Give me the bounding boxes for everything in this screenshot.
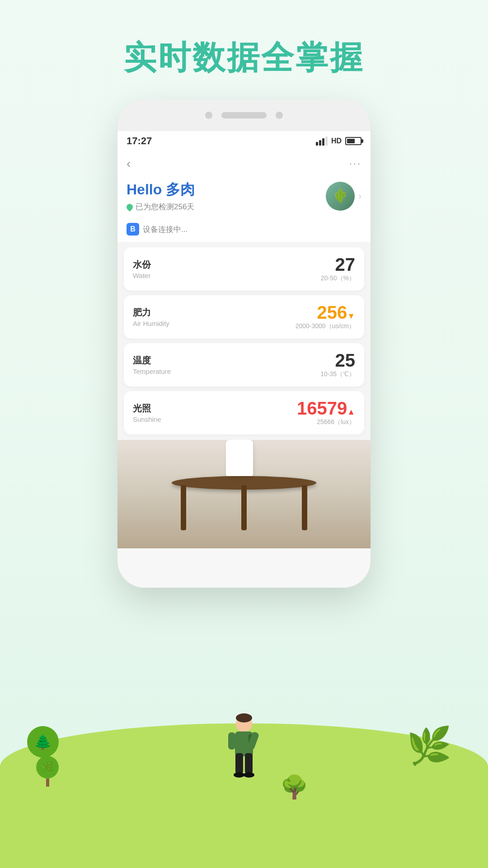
hd-label: HD — [331, 137, 342, 145]
phone-top-bar — [117, 99, 371, 131]
sensor-value-num-water: 27 — [321, 255, 355, 274]
sensor-name-zh-temperature: 温度 — [133, 354, 171, 367]
bottom-scene: 🌲 🌿 🌿 — [0, 678, 488, 868]
signal-bar-1 — [316, 142, 318, 146]
plant-decoration: 🌿 — [407, 728, 452, 764]
sensor-name-zh-water: 水份 — [133, 259, 151, 271]
plant-greeting: Hello 多肉 — [127, 180, 195, 200]
sensor-name-zh-fertility: 肥力 — [133, 307, 169, 319]
signal-bar-3 — [322, 138, 324, 146]
svg-point-8 — [234, 772, 244, 778]
vase-body — [226, 440, 253, 476]
tree-foliage-small: 🌿 — [36, 756, 59, 778]
tree-icon-small: 🌿 — [42, 761, 54, 773]
tree-bottom-left-2: 🌿 — [36, 756, 59, 787]
signal-bar-2 — [319, 140, 321, 146]
vase: 🌾 — [226, 440, 253, 476]
sensor-range-sunshine: 25666（lux） — [297, 418, 355, 426]
person-figure — [224, 712, 264, 787]
phone-camera-2 — [276, 112, 283, 119]
sensor-range-temperature: 10-35（℃） — [320, 370, 355, 378]
plant-info-section: Hello 多肉 已为您检测256天 🌵 › — [117, 176, 371, 219]
leaf-dot-icon — [125, 203, 134, 212]
more-button[interactable]: ··· — [349, 158, 361, 170]
sensor-name-en-temperature: Temperature — [133, 368, 171, 375]
status-time: 17:27 — [127, 135, 152, 147]
battery-icon — [345, 137, 361, 145]
signal-bar-4 — [325, 137, 328, 146]
svg-point-1 — [236, 713, 252, 722]
sensor-value-num-sunshine: 16579▲ — [297, 399, 355, 417]
battery-fill — [347, 139, 355, 143]
device-bluetooth-icon: B — [127, 223, 139, 236]
tree-icon: 🌲 — [34, 733, 52, 750]
sensor-card-sunshine[interactable]: 光照 Sunshine 16579▲ 25666（lux） — [124, 391, 364, 434]
chevron-right-icon: › — [358, 191, 361, 201]
sensor-name-en-water: Water — [133, 272, 151, 279]
table-leg-left — [181, 485, 186, 530]
tree-icon-center: 🌳 — [280, 774, 308, 800]
sensor-label-water: 水份 Water — [133, 259, 151, 279]
sensor-label-sunshine: 光照 Sunshine — [133, 402, 161, 423]
svg-rect-7 — [245, 753, 253, 774]
table-leg-right — [302, 485, 307, 530]
sensor-card-temperature[interactable]: 温度 Temperature 25 10-35（℃） — [124, 343, 364, 387]
signal-icon — [316, 137, 328, 146]
phone-screen: 17:27 HD ‹ ··· He — [117, 131, 371, 588]
plant-days-row: 已为您检测256天 — [127, 202, 195, 212]
sensor-value-temperature: 25 10-35（℃） — [320, 351, 355, 378]
tree-foliage: 🌲 — [27, 726, 59, 758]
phone-speaker — [221, 112, 267, 118]
tree-trunk-small — [46, 778, 49, 787]
device-status-bar: B 设备连接中... — [117, 219, 371, 242]
svg-rect-4 — [228, 732, 235, 750]
sensor-label-fertility: 肥力 Air Humidity — [133, 307, 169, 327]
sensor-value-sunshine: 16579▲ 25666（lux） — [297, 399, 355, 426]
plant-name: 多肉 — [166, 181, 195, 198]
sensor-range-fertility: 2000-3000（us/cm） — [296, 322, 355, 330]
table-leg-center — [241, 485, 247, 530]
sensor-cards-container: 水份 Water 27 20-50（%） 肥力 Air Humidity 256… — [117, 242, 371, 440]
device-status-text: 设备连接中... — [143, 224, 188, 235]
tree-center: 🌳 — [280, 774, 308, 800]
arrow-up-icon: ▲ — [347, 407, 355, 416]
plant-avatar-emoji: 🌵 — [333, 189, 348, 203]
page-title: 实时数据全掌握 — [0, 0, 488, 80]
sensor-name-en-fertility: Air Humidity — [133, 320, 169, 327]
status-icons: HD — [316, 137, 361, 146]
sensor-range-water: 20-50（%） — [321, 274, 355, 283]
status-bar: 17:27 HD — [117, 131, 371, 151]
sensor-card-fertility[interactable]: 肥力 Air Humidity 256▼ 2000-3000（us/cm） — [124, 295, 364, 339]
sensor-name-zh-sunshine: 光照 — [133, 402, 161, 415]
sensor-value-fertility: 256▼ 2000-3000（us/cm） — [296, 303, 355, 330]
plant-avatar-wrap[interactable]: 🌵 › — [326, 182, 361, 211]
arrow-down-icon: ▼ — [347, 311, 355, 321]
svg-rect-6 — [235, 753, 243, 774]
sensor-label-temperature: 温度 Temperature — [133, 354, 171, 375]
svg-point-9 — [244, 772, 254, 778]
sensor-value-num-fertility: 256▼ — [296, 303, 355, 321]
plant-in-vase: 🌾 — [230, 440, 250, 441]
phone-camera — [205, 112, 212, 119]
sensor-value-water: 27 20-50（%） — [321, 255, 355, 283]
back-button[interactable]: ‹ — [127, 156, 131, 171]
sensor-card-water[interactable]: 水份 Water 27 20-50（%） — [124, 247, 364, 291]
sensor-name-en-sunshine: Sunshine — [133, 415, 161, 423]
plant-days-text: 已为您检测256天 — [136, 202, 194, 212]
app-header: ‹ ··· — [117, 151, 371, 176]
plant-info-left: Hello 多肉 已为您检测256天 — [127, 180, 195, 212]
plant-photo-section: 🌾 — [117, 440, 371, 548]
tree-bottom-right: 🌿 — [407, 728, 452, 764]
phone-frame: 17:27 HD ‹ ··· He — [117, 99, 371, 588]
plant-avatar: 🌵 — [326, 182, 355, 211]
person-svg — [224, 712, 264, 785]
sensor-value-num-temperature: 25 — [320, 351, 355, 369]
